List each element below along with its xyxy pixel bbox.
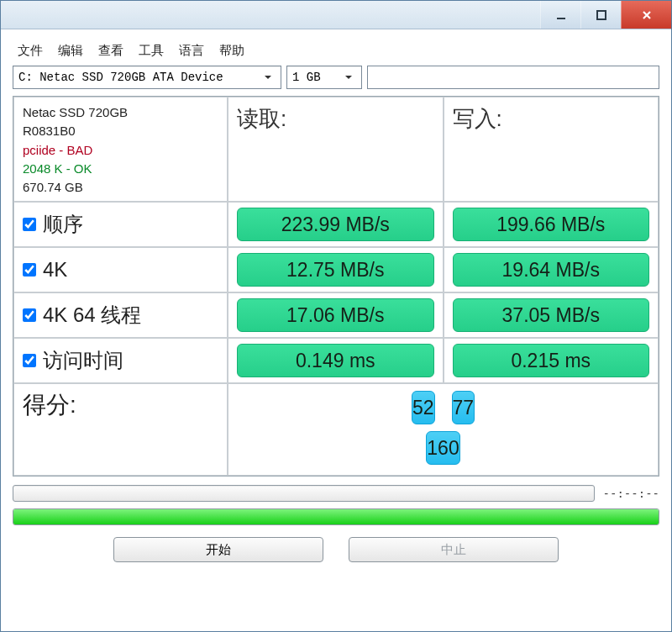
- k4-read-cell: 12.75 MB/s: [228, 247, 444, 292]
- menu-language[interactable]: 语言: [179, 43, 204, 59]
- device-select-value: C: Netac SSD 720GB ATA Device: [18, 71, 223, 84]
- minimize-button[interactable]: [540, 1, 580, 29]
- read-header: 读取:: [228, 97, 444, 202]
- size-select[interactable]: 1 GB: [286, 66, 362, 89]
- access-label: 访问时间: [43, 347, 123, 374]
- progress-time: --:--:--: [603, 487, 659, 500]
- progress-bar-2-fill: [13, 509, 659, 524]
- k4-label: 4K: [43, 258, 67, 282]
- titlebar[interactable]: [1, 1, 671, 29]
- seq-write-cell: 199.66 MB/s: [444, 202, 659, 247]
- access-write-cell: 0.215 ms: [444, 338, 659, 383]
- menu-edit[interactable]: 编辑: [58, 43, 83, 59]
- device-info: Netac SSD 720GB R0831B0 pciide - BAD 204…: [13, 97, 228, 202]
- k4-64-write-cell: 37.05 MB/s: [444, 292, 659, 338]
- start-button[interactable]: 开始: [113, 537, 323, 562]
- size-select-value: 1 GB: [292, 71, 321, 84]
- results-grid: Netac SSD 720GB R0831B0 pciide - BAD 204…: [13, 96, 659, 477]
- seq-label: 顺序: [43, 211, 83, 238]
- chevron-down-icon: [341, 70, 356, 85]
- k4-64-read-value: 17.06 MB/s: [237, 298, 434, 332]
- score-label: 得分:: [13, 383, 228, 476]
- window-controls: [540, 1, 671, 29]
- svg-rect-0: [557, 18, 565, 19]
- device-align: 2048 K - OK: [23, 161, 92, 177]
- content-area: 文件 编辑 查看 工具 语言 帮助 C: Netac SSD 720GB ATA…: [1, 29, 671, 631]
- access-write-value: 0.215 ms: [453, 344, 650, 377]
- k4-64-row-label: 4K 64 线程: [13, 292, 228, 338]
- k4-64-read-cell: 17.06 MB/s: [228, 292, 444, 338]
- k4-64-checkbox[interactable]: [23, 308, 36, 322]
- score-total: 160: [426, 431, 459, 465]
- seq-write-value: 199.66 MB/s: [453, 208, 650, 241]
- access-checkbox[interactable]: [23, 354, 36, 367]
- score-read: 52: [412, 391, 435, 424]
- score-write: 77: [452, 391, 475, 424]
- write-header: 写入:: [444, 97, 659, 202]
- k4-row-label: 4K: [13, 247, 228, 292]
- progress-bar-1: [13, 485, 595, 502]
- progress-section: --:--:--: [13, 485, 659, 525]
- menu-tools[interactable]: 工具: [139, 43, 164, 59]
- menubar: 文件 编辑 查看 工具 语言 帮助: [13, 41, 659, 66]
- k4-64-label: 4K 64 线程: [43, 302, 141, 329]
- chevron-down-icon: [260, 70, 276, 85]
- menu-file[interactable]: 文件: [18, 43, 43, 59]
- seq-read-cell: 223.99 MB/s: [228, 202, 444, 247]
- k4-write-cell: 19.64 MB/s: [444, 247, 659, 292]
- k4-64-write-value: 37.05 MB/s: [453, 298, 650, 332]
- toolbar-spacer-field: [367, 66, 659, 89]
- k4-checkbox[interactable]: [23, 263, 36, 276]
- menu-help[interactable]: 帮助: [219, 43, 244, 59]
- device-select[interactable]: C: Netac SSD 720GB ATA Device: [13, 66, 281, 89]
- device-interface: pciide - BAD: [23, 142, 92, 159]
- toolbar: C: Netac SSD 720GB ATA Device 1 GB: [13, 66, 659, 89]
- access-read-cell: 0.149 ms: [228, 338, 444, 383]
- device-fw: R0831B0: [23, 123, 76, 140]
- device-capacity: 670.74 GB: [23, 179, 83, 196]
- seq-checkbox[interactable]: [23, 218, 36, 231]
- access-row-label: 访问时间: [13, 338, 228, 383]
- k4-write-value: 19.64 MB/s: [453, 253, 650, 287]
- svg-rect-1: [597, 11, 606, 19]
- maximize-button[interactable]: [580, 1, 621, 29]
- seq-row-label: 顺序: [13, 202, 228, 247]
- close-button[interactable]: [621, 1, 671, 29]
- app-window: 文件 编辑 查看 工具 语言 帮助 C: Netac SSD 720GB ATA…: [0, 0, 672, 632]
- button-row: 开始 中止: [13, 537, 659, 562]
- menu-view[interactable]: 查看: [98, 43, 123, 59]
- k4-read-value: 12.75 MB/s: [237, 253, 434, 287]
- progress-bar-2: [13, 508, 659, 525]
- seq-read-value: 223.99 MB/s: [237, 208, 434, 241]
- score-area: 52 77 160: [228, 383, 659, 476]
- access-read-value: 0.149 ms: [237, 344, 434, 377]
- device-name: Netac SSD 720GB: [23, 104, 128, 121]
- stop-button[interactable]: 中止: [349, 537, 559, 562]
